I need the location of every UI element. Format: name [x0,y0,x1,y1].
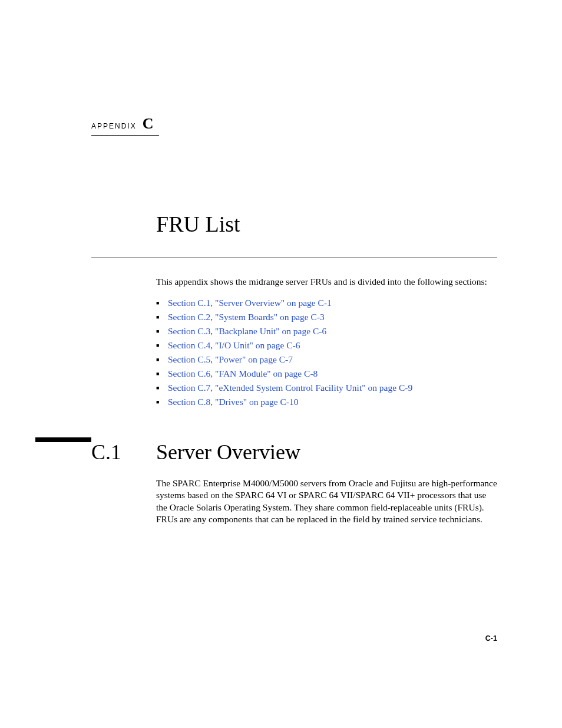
appendix-label: APPENDIX [91,122,137,130]
chapter-title: FRU List [156,211,497,237]
list-item: Section C.7, "eXtended System Control Fa… [156,381,497,395]
toc-list: Section C.1, "Server Overview" on page C… [156,296,497,409]
section-rule [35,437,91,442]
toc-link-drives[interactable]: Section C.8, "Drives" on page C-10 [168,397,298,407]
divider-rule [91,258,497,258]
list-item: Section C.1, "Server Overview" on page C… [156,296,497,310]
toc-link-xscf-unit[interactable]: Section C.7, "eXtended System Control Fa… [168,383,412,393]
intro-paragraph: This appendix shows the midrange server … [156,276,497,288]
appendix-letter: C [143,115,154,133]
list-item: Section C.3, "Backplane Unit" on page C-… [156,324,497,338]
toc-link-server-overview[interactable]: Section C.1, "Server Overview" on page C… [168,298,332,308]
toc-link-fan-module[interactable]: Section C.6, "FAN Module" on page C-8 [168,368,318,378]
section-title: Server Overview [156,440,300,465]
section-heading: C.1 Server Overview [91,440,497,465]
section-number: C.1 [91,440,156,465]
list-item: Section C.6, "FAN Module" on page C-8 [156,367,497,381]
toc-link-backplane-unit[interactable]: Section C.3, "Backplane Unit" on page C-… [168,326,326,336]
toc-link-system-boards[interactable]: Section C.2, "System Boards" on page C-3 [168,312,325,322]
list-item: Section C.4, "I/O Unit" on page C-6 [156,338,497,353]
toc-link-power[interactable]: Section C.5, "Power" on page C-7 [168,354,293,364]
toc-link-io-unit[interactable]: Section C.4, "I/O Unit" on page C-6 [168,340,300,350]
section-body: The SPARC Enterprise M4000/M5000 servers… [156,477,497,525]
page-number: C-1 [485,634,497,643]
list-item: Section C.2, "System Boards" on page C-3 [156,310,497,324]
appendix-header: APPENDIX C [91,115,159,136]
list-item: Section C.5, "Power" on page C-7 [156,353,497,367]
list-item: Section C.8, "Drives" on page C-10 [156,395,497,409]
